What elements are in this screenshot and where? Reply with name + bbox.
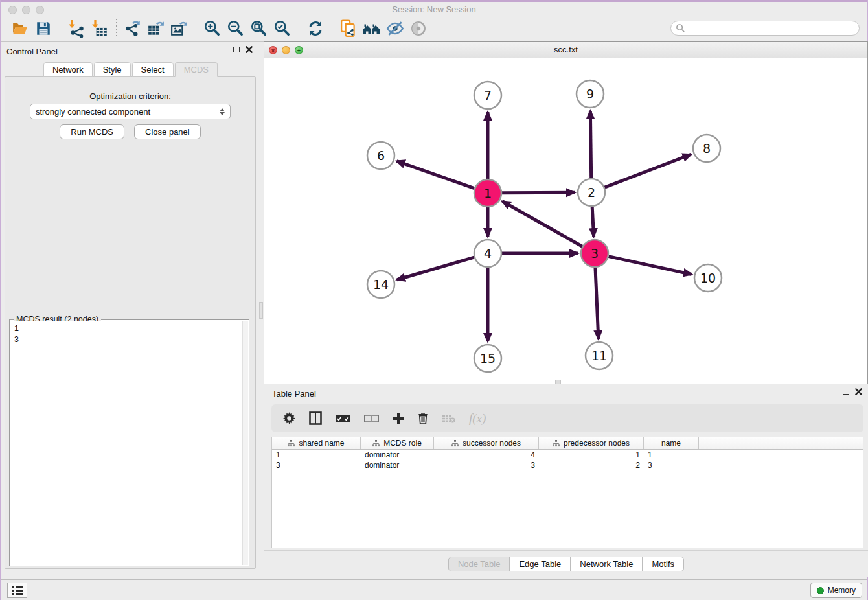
tab-node-table[interactable]: Node Table <box>448 557 510 571</box>
apply-layout-icon[interactable] <box>304 18 327 39</box>
table-cell[interactable]: 1 <box>644 450 699 460</box>
graph-node-11[interactable]: 11 <box>586 342 613 369</box>
table-cell[interactable]: 4 <box>434 450 539 460</box>
clone-network-icon[interactable] <box>337 18 360 39</box>
table-cell[interactable]: dominator <box>361 460 434 470</box>
graph-node-8[interactable]: 8 <box>693 135 720 162</box>
close-panel-button[interactable]: Close panel <box>134 124 201 139</box>
table-row[interactable]: 1dominator411 <box>272 450 863 460</box>
toolbar-separator <box>60 19 60 38</box>
graph-node-3[interactable]: 3 <box>581 240 608 267</box>
svg-text:2: 2 <box>588 185 595 200</box>
mcds-result-text[interactable]: 1 3 <box>10 321 242 565</box>
horizontal-splitter-grip[interactable] <box>555 380 561 384</box>
table-cell[interactable]: dominator <box>361 450 434 460</box>
tab-mcds[interactable]: MCDS <box>175 62 218 77</box>
svg-text:4: 4 <box>484 246 492 260</box>
run-mcds-button[interactable]: Run MCDS <box>60 124 124 139</box>
search-input[interactable] <box>670 21 860 36</box>
list-icon <box>12 586 23 595</box>
graph-node-15[interactable]: 15 <box>474 345 501 372</box>
zoom-selected-icon[interactable] <box>271 18 294 39</box>
table-cell[interactable]: 2 <box>539 460 644 470</box>
graph-node-4[interactable]: 4 <box>474 240 501 267</box>
unselect-all-columns-icon[interactable] <box>364 415 379 422</box>
control-panel-title: Control Panel <box>6 47 58 56</box>
network-canvas[interactable]: 7968124314101511 <box>264 58 867 384</box>
tab-network[interactable]: Network <box>43 62 93 77</box>
main-toolbar <box>1 15 867 42</box>
control-panel-tabs: NetworkStyleSelectMCDS <box>1 62 260 77</box>
tab-select[interactable]: Select <box>132 62 174 77</box>
zoom-in-icon[interactable] <box>201 18 224 39</box>
save-session-icon[interactable] <box>32 18 55 39</box>
tab-style[interactable]: Style <box>94 62 131 77</box>
graph-edge-3-1[interactable] <box>503 202 582 246</box>
graph-node-1[interactable]: 1 <box>474 179 501 207</box>
network-frame-title: scc.txt <box>264 45 867 54</box>
open-session-icon[interactable] <box>8 18 32 39</box>
result-scrollbar[interactable] <box>242 321 248 565</box>
tab-edge-table[interactable]: Edge Table <box>510 557 571 571</box>
graph-node-2[interactable]: 2 <box>578 179 605 206</box>
import-network-icon[interactable] <box>65 18 88 39</box>
zoom-fit-icon[interactable] <box>247 18 271 39</box>
graph-edge-3-11[interactable] <box>595 268 599 339</box>
graph-node-6[interactable]: 6 <box>367 142 394 169</box>
graph-edge-1-2[interactable] <box>502 192 575 193</box>
toolbar-separator <box>299 19 299 38</box>
column-header-name[interactable]: name <box>644 437 699 449</box>
task-history-button[interactable] <box>7 583 27 598</box>
create-column-plus-icon[interactable] <box>393 413 404 424</box>
table-row[interactable]: 3dominator323 <box>272 460 863 470</box>
control-panel-header: Control Panel <box>1 42 260 60</box>
graph-edge-2-9[interactable] <box>590 111 591 178</box>
table-cell[interactable]: 3 <box>272 460 361 470</box>
delete-column-trash-icon[interactable] <box>418 412 428 424</box>
graph-edge-2-8[interactable] <box>605 154 691 187</box>
table-cell[interactable]: 3 <box>434 460 539 470</box>
show-all-networks-icon[interactable] <box>360 18 383 39</box>
import-table-icon[interactable] <box>88 18 111 39</box>
split-columns-icon[interactable] <box>309 411 322 425</box>
table-header-row: shared nameMCDS rolesuccessor nodesprede… <box>272 437 863 450</box>
column-header-successor-nodes[interactable]: successor nodes <box>434 437 539 449</box>
export-table-icon[interactable] <box>144 18 168 39</box>
vertical-splitter-grip[interactable] <box>259 302 263 319</box>
window-title: Session: New Session <box>1 5 867 14</box>
graphics-details-icon[interactable] <box>383 18 407 39</box>
table-cell[interactable]: 1 <box>539 450 644 460</box>
table-panel-header: Table Panel <box>264 384 868 402</box>
graph-node-14[interactable]: 14 <box>367 271 394 298</box>
graph-node-7[interactable]: 7 <box>474 82 501 109</box>
table-cell[interactable]: 1 <box>272 450 361 460</box>
close-panel-icon[interactable] <box>246 46 253 53</box>
graph-node-9[interactable]: 9 <box>577 80 604 108</box>
network-frame-titlebar[interactable]: x – + scc.txt <box>264 42 867 58</box>
app-window: Session: New Session <box>0 0 868 600</box>
table-settings-gear-icon[interactable] <box>283 412 295 424</box>
svg-text:8: 8 <box>703 141 711 156</box>
optimization-criterion-select[interactable]: strongly connected component <box>30 104 231 119</box>
graph-edge-2-3[interactable] <box>592 207 593 237</box>
table-cell[interactable]: 3 <box>644 460 699 470</box>
zoom-out-icon[interactable] <box>224 18 247 39</box>
search-icon <box>676 23 685 33</box>
close-table-panel-icon[interactable] <box>855 388 862 395</box>
graph-edge-3-10[interactable] <box>608 257 691 275</box>
birds-eye-view-icon[interactable] <box>407 18 430 39</box>
tab-network-table[interactable]: Network Table <box>571 557 643 571</box>
export-image-icon[interactable] <box>168 18 191 39</box>
export-network-icon[interactable] <box>121 18 144 39</box>
tab-motifs[interactable]: Motifs <box>643 557 684 571</box>
memory-button[interactable]: Memory <box>810 583 862 598</box>
column-header-shared-name[interactable]: shared name <box>272 437 361 449</box>
graph-edge-1-6[interactable] <box>397 161 475 189</box>
float-panel-icon[interactable] <box>233 47 240 52</box>
column-header-MCDS-role[interactable]: MCDS role <box>361 437 434 449</box>
column-header-predecessor-nodes[interactable]: predecessor nodes <box>539 437 644 449</box>
graph-node-10[interactable]: 10 <box>694 264 722 292</box>
select-all-columns-icon[interactable] <box>336 415 350 422</box>
graph-edge-4-14[interactable] <box>397 257 474 280</box>
float-table-panel-icon[interactable] <box>843 389 849 395</box>
